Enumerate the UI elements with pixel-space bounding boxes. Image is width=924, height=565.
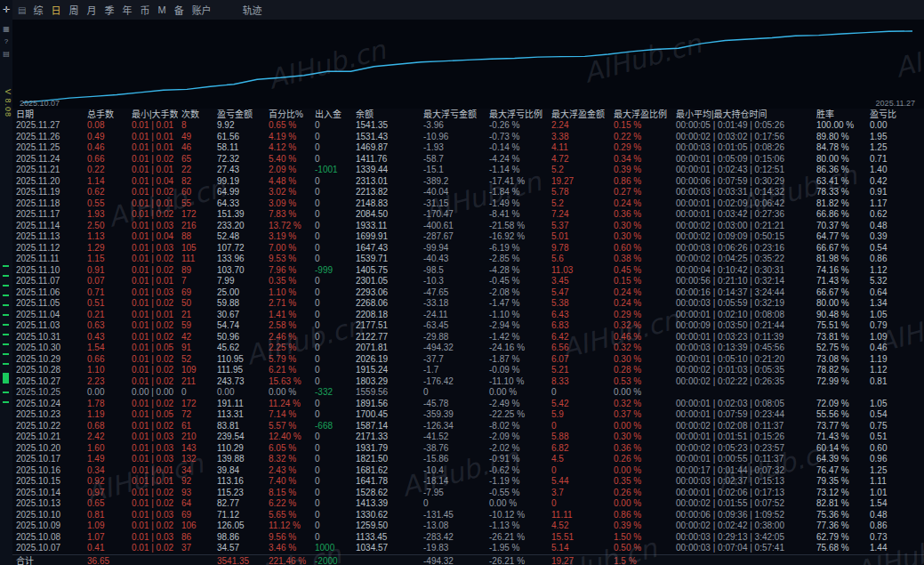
table-row[interactable]: 2025.11.250.460.01 | 0.014658.114.12 %01… <box>12 142 924 154</box>
column-header[interactable]: 最小平均|最大持仓时间 <box>672 109 813 120</box>
table-row[interactable]: 2025.10.160.340.01 | 0.013439.842.43 %01… <box>12 465 924 477</box>
menu-item-M[interactable]: M <box>157 4 165 15</box>
cell: -26.21 % <box>486 554 548 565</box>
cell: 0.86 <box>866 254 924 265</box>
cell: -15.1 <box>420 165 486 176</box>
table-row[interactable]: 2025.11.100.910.01 | 0.0289103.707.96 %-… <box>12 265 924 277</box>
column-header[interactable]: 日期 <box>12 109 84 120</box>
table-row[interactable]: 2025.11.121.290.01 | 0.03105107.727.00 %… <box>12 243 924 254</box>
menu-item-备[interactable]: 备 <box>174 3 184 17</box>
table-row[interactable]: 2025.11.240.660.01 | 0.026572.325.40 %01… <box>12 154 924 165</box>
cell: 1.19 <box>866 354 924 366</box>
cell: 0 <box>311 343 352 354</box>
tick-mark <box>3 343 9 345</box>
table-row[interactable]: 2025.11.201.140.01 | 0.048299.194.48 %02… <box>12 176 924 188</box>
cell: 2.24 <box>548 120 610 132</box>
column-header[interactable]: 最大浮盈金额 <box>548 109 610 120</box>
cell: 1531.43 <box>352 132 420 143</box>
cell: 2025.10.27 <box>12 376 84 388</box>
table-row[interactable]: 2025.11.190.620.01 | 0.026064.993.02 %02… <box>12 187 924 198</box>
menu-item-日[interactable]: 日 <box>51 3 60 17</box>
cell: -63.45 <box>420 320 486 332</box>
table-row[interactable]: 2025.10.130.650.01 | 0.026482.776.22 %01… <box>12 498 924 510</box>
menu-item-季[interactable]: 季 <box>104 3 114 17</box>
cell: 216 <box>178 221 213 232</box>
cell: 7.96 % <box>265 265 311 277</box>
total-row: 合计36.653541.35221.46 %-2000-494.32-26.21… <box>12 554 924 565</box>
table-row[interactable]: 2025.10.290.660.01 | 0.0252110.955.79 %0… <box>12 354 924 366</box>
column-header[interactable]: 总手数 <box>84 109 128 120</box>
menu-item-综[interactable]: 综 <box>33 3 43 17</box>
menu-item-周[interactable]: 周 <box>68 3 78 17</box>
table-row[interactable]: 2025.11.142.500.01 | 0.03216233.2013.72 … <box>12 221 924 232</box>
cell: 0.00 <box>213 387 265 399</box>
table-row[interactable]: 2025.11.180.550.01 | 0.015564.333.09 %02… <box>12 198 924 210</box>
activity-ticks <box>3 265 9 403</box>
column-header[interactable]: 最大浮亏比例 <box>486 109 548 120</box>
column-header[interactable]: 百分比% <box>265 109 311 120</box>
table-row[interactable]: 2025.11.030.630.01 | 0.025954.742.58 %02… <box>12 320 924 332</box>
table-row[interactable]: 2025.11.260.490.01 | 0.014961.564.19 %01… <box>12 132 924 143</box>
table-row[interactable]: 2025.11.050.510.01 | 0.025059.882.71 %02… <box>12 298 924 310</box>
help-icon[interactable]: ? <box>0 36 12 47</box>
cell: 66.86 % <box>813 209 866 221</box>
menu-item-年[interactable]: 年 <box>122 3 132 17</box>
move-icon[interactable]: ✛ <box>0 0 12 20</box>
cell: 0.01 | 0.02 <box>128 320 178 332</box>
cell: 0.36 % <box>610 443 672 455</box>
cell: 5.01 <box>548 231 610 243</box>
cell: 5.32 <box>866 276 924 287</box>
table-row[interactable]: 2025.10.310.430.01 | 0.024250.962.46 %02… <box>12 332 924 343</box>
cell: 71.43 % <box>813 432 866 443</box>
column-header[interactable]: 最大浮盈比例 <box>610 109 672 120</box>
cell: 89 <box>178 265 213 277</box>
column-header[interactable]: 出入金 <box>311 109 352 120</box>
table-row[interactable]: 2025.10.241.780.01 | 0.02172191.1111.24 … <box>12 399 924 410</box>
table-row[interactable]: 2025.11.111.150.01 | 0.02111133.969.53 %… <box>12 254 924 265</box>
cell: 42 <box>178 332 213 343</box>
menu-item-账户[interactable]: 账户 <box>192 3 212 17</box>
table-row[interactable]: 2025.10.301.540.01 | 0.059145.622.25 %02… <box>12 343 924 354</box>
cell: -1.42 % <box>486 332 548 343</box>
cell: 0.01 | 0.02 <box>128 354 178 366</box>
table-row[interactable]: 2025.10.091.090.01 | 0.02106126.0511.12 … <box>12 521 924 532</box>
menu-list-icon[interactable]: ▤ <box>18 5 26 15</box>
table-row[interactable]: 2025.11.270.080.01 | 0.0189.920.65 %0154… <box>12 120 924 132</box>
chart-panel-icon[interactable]: ▦ <box>0 23 12 35</box>
cell: 00:00:02 | 0:02:08 | 0:11:37 <box>672 421 813 432</box>
column-header[interactable]: 盈亏金额 <box>213 109 265 120</box>
menu-item-轨迹[interactable]: 轨迹 <box>243 3 262 17</box>
column-header[interactable]: 胜率 <box>813 109 866 120</box>
table-row[interactable]: 2025.10.281.100.01 | 0.02109111.956.21 %… <box>12 365 924 376</box>
column-header[interactable]: 最小|大手数 <box>128 109 178 120</box>
table-row[interactable]: 2025.11.060.710.01 | 0.036925.001.10 %02… <box>12 287 924 299</box>
table-row[interactable]: 2025.10.081.070.01 | 0.038698.869.56 %01… <box>12 532 924 544</box>
table-row[interactable]: 2025.10.250.000.00 | 0.0000.000.00 %-332… <box>12 387 924 399</box>
table-row[interactable]: 2025.11.070.070.01 | 0.0177.990.35 %0230… <box>12 276 924 287</box>
table-row[interactable]: 2025.11.040.210.01 | 0.012130.671.41 %02… <box>12 310 924 321</box>
cell: -0.55 % <box>486 488 548 499</box>
table-row[interactable]: 2025.11.131.130.01 | 0.048852.483.19 %01… <box>12 231 924 243</box>
column-header[interactable]: 盈亏比 <box>866 109 924 120</box>
menu-item-月[interactable]: 月 <box>86 3 96 17</box>
column-header[interactable]: 最大浮亏金额 <box>420 109 486 120</box>
table-row[interactable]: 2025.11.210.220.01 | 0.012227.432.09 %-1… <box>12 165 924 176</box>
table-row[interactable]: 2025.10.171.490.01 | 0.03132139.888.32 %… <box>12 454 924 465</box>
table-row[interactable]: 2025.10.272.230.01 | 0.02211243.7315.63 … <box>12 376 924 388</box>
layers-icon[interactable]: ▤ <box>0 48 12 60</box>
cell: 98.86 <box>213 532 265 544</box>
tick-mark <box>3 391 9 393</box>
table-row[interactable]: 2025.10.201.600.01 | 0.03143110.296.05 %… <box>12 443 924 455</box>
column-header[interactable]: 次数 <box>178 109 213 120</box>
table-row[interactable]: 2025.10.150.920.01 | 0.0192113.167.40 %0… <box>12 476 924 488</box>
column-header[interactable]: 余额 <box>352 109 420 120</box>
menu-item-币[interactable]: 币 <box>140 3 149 17</box>
table-row[interactable]: 2025.10.100.810.01 | 0.036971.125.65 %01… <box>12 510 924 521</box>
table-row[interactable]: 2025.10.140.970.01 | 0.0293115.238.15 %0… <box>12 488 924 499</box>
table-row[interactable]: 2025.10.070.410.01 | 0.023734.573.46 %10… <box>12 543 924 554</box>
table-row[interactable]: 2025.10.231.190.01 | 0.0572113.317.14 %0… <box>12 409 924 421</box>
table-row[interactable]: 2025.11.171.930.01 | 0.02172151.397.83 %… <box>12 209 924 221</box>
cell: -0.91 % <box>486 454 548 465</box>
table-row[interactable]: 2025.10.212.420.01 | 0.03210239.5412.40 … <box>12 432 924 443</box>
table-row[interactable]: 2025.10.220.680.01 | 0.026183.815.57 %-6… <box>12 421 924 432</box>
